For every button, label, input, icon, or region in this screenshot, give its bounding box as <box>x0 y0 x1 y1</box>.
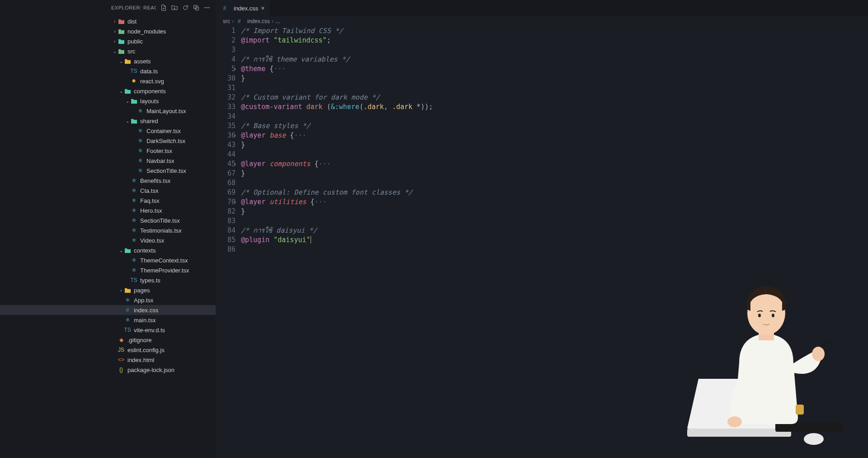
chevron-right-icon[interactable]: › <box>112 19 118 24</box>
chevron-down-icon[interactable]: ⌄ <box>112 49 118 54</box>
code-line[interactable] <box>241 178 868 188</box>
tree-file[interactable]: TSdata.ts <box>0 66 216 76</box>
line-number: 35 <box>216 121 236 131</box>
tree-folder[interactable]: ⌄layouts <box>0 96 216 106</box>
code-line[interactable]: /* Custom variant for dark mode */ <box>241 93 868 102</box>
chevron-down-icon[interactable]: ⌄ <box>118 89 124 94</box>
code-line[interactable]: @theme {··· <box>241 64 868 74</box>
tree-file[interactable]: #index.css <box>0 305 216 315</box>
tree-file[interactable]: ⚛main.tsx <box>0 315 216 325</box>
code-line[interactable]: /* การใช้ theme variables */ <box>241 55 868 64</box>
tree-file[interactable]: ⚛ThemeContext.tsx <box>0 255 216 265</box>
new-folder-icon[interactable] <box>170 3 179 13</box>
code-line[interactable]: } <box>241 74 868 83</box>
refresh-icon[interactable] <box>180 3 190 13</box>
fold-icon[interactable]: › <box>234 131 236 140</box>
code-line[interactable]: @layer utilities {··· <box>241 197 868 207</box>
tree-item-label: contexts <box>134 247 156 254</box>
code-content[interactable]: /* Import Tailwind CSS */@import "tailwi… <box>241 26 868 458</box>
code-line[interactable] <box>241 83 868 93</box>
tab-index-css[interactable]: # index.css × <box>216 0 270 16</box>
tree-file[interactable]: JSeslint.config.js <box>0 345 216 355</box>
tree-folder[interactable]: ⌄src <box>0 46 216 56</box>
chevron-right-icon[interactable]: › <box>118 288 124 293</box>
fold-icon[interactable]: › <box>234 159 236 169</box>
tree-folder[interactable]: ⌄contexts <box>0 245 216 255</box>
code-line[interactable] <box>241 216 868 226</box>
tree-item-label: Benefits.tsx <box>140 177 170 184</box>
code-line[interactable] <box>241 45 868 55</box>
tree-file[interactable]: ⚛SectionTitle.tsx <box>0 166 216 176</box>
code-line[interactable]: @layer components {··· <box>241 159 868 169</box>
tree-file[interactable]: ⚛Container.tsx <box>0 126 216 136</box>
code-line[interactable]: @custom-variant dark (&:where(.dark, .da… <box>241 102 868 112</box>
tree-item-label: Testimonials.tsx <box>140 227 182 234</box>
new-file-icon[interactable] <box>159 3 169 13</box>
breadcrumb-part[interactable]: src <box>223 18 230 24</box>
tab-bar: # index.css × <box>216 0 868 16</box>
tree-file[interactable]: ⚛ThemeProvider.tsx <box>0 265 216 275</box>
collapse-all-icon[interactable] <box>191 3 201 13</box>
token-punct <box>265 198 269 206</box>
tree-file[interactable]: ⚛Faq.tsx <box>0 196 216 205</box>
fold-icon[interactable]: › <box>234 197 236 207</box>
chevron-right-icon: › <box>232 18 234 24</box>
tree-file[interactable]: ⚛Benefits.tsx <box>0 176 216 186</box>
code-line[interactable]: /* การใช้ daisyui */ <box>241 226 868 235</box>
tree-file[interactable]: ⚛Footer.tsx <box>0 146 216 156</box>
tree-folder[interactable]: ›node_modules <box>0 26 216 36</box>
tree-file[interactable]: TStypes.ts <box>0 275 216 285</box>
code-line[interactable] <box>241 245 868 254</box>
token-atrule: @custom-variant <box>241 103 302 111</box>
tree-file[interactable]: <>index.html <box>0 355 216 365</box>
code-line[interactable]: } <box>241 140 868 150</box>
tree-folder[interactable]: ›public <box>0 36 216 46</box>
tree-file[interactable]: ⚛Navbar.tsx <box>0 156 216 166</box>
tree-file[interactable]: {}package-lock.json <box>0 365 216 375</box>
chevron-down-icon[interactable]: ⌄ <box>118 248 124 253</box>
tree-file[interactable]: ⚛Hero.tsx <box>0 205 216 215</box>
breadcrumb[interactable]: src › # index.css › ... <box>216 16 868 26</box>
tree-folder[interactable]: ⌄shared <box>0 116 216 126</box>
chevron-down-icon[interactable]: ⌄ <box>125 119 130 124</box>
code-line[interactable]: /* Import Tailwind CSS */ <box>241 26 868 36</box>
tree-file[interactable]: ⚛Testimonials.tsx <box>0 225 216 235</box>
code-line[interactable]: @layer base {··· <box>241 131 868 140</box>
code-line[interactable] <box>241 150 868 159</box>
code-line[interactable]: @plugin "daisyui" <box>241 235 868 245</box>
tree-folder[interactable]: ›dist <box>0 16 216 26</box>
tree-folder[interactable]: ›pages <box>0 285 216 295</box>
code-line[interactable]: } <box>241 207 868 216</box>
react-icon: ⚛ <box>130 227 137 234</box>
fold-icon[interactable]: › <box>234 64 236 74</box>
close-icon[interactable]: × <box>261 5 264 12</box>
code-line[interactable]: } <box>241 169 868 178</box>
tree-item-label: Footer.tsx <box>146 148 172 154</box>
chevron-down-icon[interactable]: ⌄ <box>118 59 124 64</box>
tree-file[interactable]: ◆.gitignore <box>0 335 216 345</box>
chevron-right-icon[interactable]: › <box>112 39 118 44</box>
tree-item-label: react.svg <box>140 78 164 85</box>
tree-file[interactable]: ✸react.svg <box>0 76 216 86</box>
code-line[interactable] <box>241 112 868 121</box>
tree-file[interactable]: ⚛App.tsx <box>0 295 216 305</box>
tree-folder[interactable]: ⌄assets <box>0 56 216 66</box>
tree-file[interactable]: ⚛Video.tsx <box>0 235 216 245</box>
code-line[interactable]: /* Optional: Define custom font classes … <box>241 188 868 197</box>
tree-file[interactable]: TSvite-env.d.ts <box>0 325 216 335</box>
tree-file[interactable]: ⚛SectionTitle.tsx <box>0 215 216 225</box>
tree-folder[interactable]: ⌄components <box>0 86 216 96</box>
tree-item-label: dist <box>127 18 137 25</box>
tree-file[interactable]: ⚛Cta.tsx <box>0 186 216 196</box>
tree-file[interactable]: ⚛MainLayout.tsx <box>0 106 216 116</box>
breadcrumb-part[interactable]: ... <box>275 18 280 24</box>
code-line[interactable]: @import "tailwindcss"; <box>241 36 868 45</box>
chevron-right-icon[interactable]: › <box>112 29 118 34</box>
file-tree[interactable]: ›dist›node_modules›public⌄src⌄assetsTSda… <box>0 15 216 458</box>
code-line[interactable]: /* Base styles */ <box>241 121 868 131</box>
code-editor[interactable]: 12345›30313233343536›434445›67686970›828… <box>216 26 868 458</box>
tree-file[interactable]: ⚛DarkSwitch.tsx <box>0 136 216 146</box>
chevron-down-icon[interactable]: ⌄ <box>125 99 130 104</box>
more-icon[interactable] <box>202 3 212 13</box>
breadcrumb-part[interactable]: index.css <box>247 18 270 24</box>
